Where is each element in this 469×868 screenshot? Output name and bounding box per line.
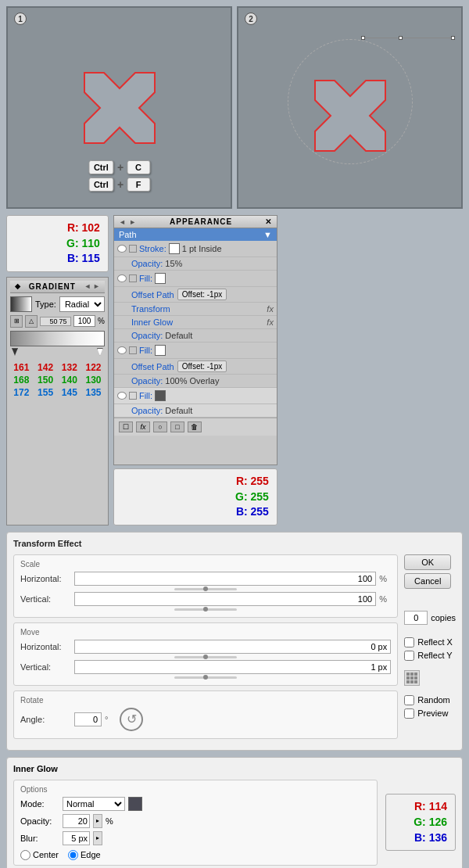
preview-checkbox[interactable] <box>404 708 414 719</box>
fill-label-2: Fill: <box>139 346 152 355</box>
rgb-b-white: B: 255 <box>122 504 269 520</box>
move-horizontal-row: Horizontal: <box>20 640 391 654</box>
edge-radio-item: Edge <box>68 850 101 860</box>
gradient-type-select[interactable]: Radial Linear <box>59 296 105 312</box>
preview-label: Preview <box>417 708 448 718</box>
color-num-r3: 132 <box>58 362 81 373</box>
rgb-g-bottom: G: 126 <box>394 815 447 830</box>
f-key: F <box>127 178 150 192</box>
color-num-b3: 145 <box>58 387 81 398</box>
visibility-fill1[interactable] <box>129 274 137 282</box>
offset-btn-1[interactable]: Offset: -1px <box>177 289 227 300</box>
move-h-input[interactable] <box>74 640 391 654</box>
ctrl-key-2: Ctrl <box>88 178 114 192</box>
eye-icon-fill2[interactable] <box>117 346 127 354</box>
center-radio[interactable] <box>20 850 30 860</box>
opacity-default-row: Opacity: Default <box>114 329 277 343</box>
eye-icon-stroke[interactable] <box>117 245 127 253</box>
rotate-circle[interactable]: ↺ <box>120 708 143 731</box>
color-num-g3: 140 <box>58 375 81 386</box>
footer-fx[interactable]: fx <box>136 421 150 432</box>
random-checkbox[interactable] <box>404 695 414 705</box>
mode-select[interactable]: Normal Multiply Screen <box>63 797 125 811</box>
scale-h-slider[interactable] <box>174 588 237 590</box>
scale-h-input[interactable] <box>74 572 376 586</box>
reflect-y-row: Reflect Y <box>404 651 452 661</box>
gradient-titlebar: ◆ GRADIENT ◄ ► <box>10 281 105 293</box>
right-column: ◄ ► APPEARANCE ✕ Path ▼ Stroke: 1 pt Ins… <box>113 215 277 525</box>
appearance-footer: ☐ fx ○ □ 🗑 <box>114 418 277 436</box>
move-h-label: Horizontal: <box>20 642 71 651</box>
edge-radio[interactable] <box>68 850 78 860</box>
appearance-panel: ◄ ► APPEARANCE ✕ Path ▼ Stroke: 1 pt Ins… <box>113 215 277 465</box>
transform-line <box>361 38 455 38</box>
visibility-fill3[interactable] <box>129 392 137 400</box>
panel-number-1: 1 <box>14 13 27 25</box>
move-v-label: Vertical: <box>20 662 71 672</box>
reflect-y-label: Reflect Y <box>417 651 452 660</box>
opacity-value-2: Default <box>165 331 192 340</box>
mode-label: Mode: <box>20 799 59 809</box>
footer-circle[interactable]: ○ <box>153 421 167 432</box>
fill-label-1: Fill: <box>139 274 152 283</box>
eye-icon-fill1[interactable] <box>117 274 127 282</box>
visibility-fill2[interactable] <box>129 346 137 354</box>
opacity-stepper[interactable]: ▸ <box>93 814 102 828</box>
blur-input[interactable] <box>63 831 90 845</box>
glow-color-swatch[interactable] <box>128 797 142 811</box>
color-num-r4: 122 <box>82 362 105 373</box>
eye-icon-fill3[interactable] <box>117 392 127 400</box>
appearance-path-row[interactable]: Path ▼ <box>114 228 277 241</box>
canvas-panel-1: 1 Ctrl + C Ctrl + F <box>6 6 232 209</box>
radio-row: Center Edge <box>20 850 371 860</box>
transform-effect-panel: Transform Effect Scale Horizontal: % Ver… <box>6 532 463 751</box>
gradient-icon-2: △ <box>25 315 38 328</box>
degree-sign: ° <box>105 715 116 724</box>
appearance-close[interactable]: ✕ <box>265 217 272 226</box>
move-v-slider[interactable] <box>174 676 237 679</box>
appearance-path-arrow: ▼ <box>263 230 272 239</box>
footer-checkbox[interactable]: ☐ <box>119 421 133 432</box>
rgb-g-white: G: 255 <box>122 490 269 505</box>
transform-right: OK Cancel copies Reflect X Reflect Y <box>404 554 456 744</box>
fill-swatch-1[interactable] <box>155 273 166 284</box>
reflect-y-checkbox[interactable] <box>404 651 414 661</box>
gradient-type-label: Type: <box>35 299 56 309</box>
blur-stepper[interactable]: ▸ <box>93 831 102 845</box>
angle-input[interactable] <box>74 712 102 726</box>
reflect-x-row: Reflect X <box>404 637 453 647</box>
reflect-x-checkbox[interactable] <box>404 637 414 647</box>
rgb-g-top: G: 110 <box>15 236 100 252</box>
fill-swatch-2[interactable] <box>155 345 166 356</box>
scale-v-input[interactable] <box>74 592 376 606</box>
scale-horizontal-row: Horizontal: % <box>20 572 391 586</box>
gradient-percent-input[interactable] <box>73 315 95 327</box>
stroke-swatch[interactable] <box>169 243 180 254</box>
stop-1[interactable] <box>12 348 18 356</box>
footer-trash[interactable]: 🗑 <box>188 421 202 432</box>
copies-input[interactable] <box>404 611 428 625</box>
grid-icon[interactable] <box>404 670 420 686</box>
opacity-input-glow[interactable] <box>63 814 90 828</box>
ok-button[interactable]: OK <box>404 554 451 570</box>
stroke-label: Stroke: <box>139 244 166 253</box>
stop-2[interactable] <box>97 348 103 356</box>
fill-swatch-3[interactable] <box>155 390 166 401</box>
percent-sign: % <box>98 317 105 325</box>
color-num-r2: 142 <box>34 362 57 373</box>
grid-cell-3 <box>414 673 417 676</box>
move-h-slider[interactable] <box>174 656 237 658</box>
scale-v-slider[interactable] <box>174 608 237 611</box>
opacity-15-row: Opacity: 15% <box>114 257 277 271</box>
rotate-angle-row: Angle: ° ↺ <box>20 708 391 731</box>
footer-square[interactable]: □ <box>170 421 184 432</box>
color-nums-grid: 161 142 132 122 168 150 140 130 172 155 … <box>10 362 105 398</box>
cancel-button[interactable]: Cancel <box>404 573 451 589</box>
angle-label: Angle: <box>20 715 71 724</box>
move-label: Move <box>20 628 391 637</box>
transform-fx: fx <box>267 304 274 314</box>
move-v-input[interactable] <box>74 660 391 674</box>
visibility-stroke[interactable] <box>129 245 137 253</box>
c-key: C <box>127 160 150 174</box>
offset-btn-2[interactable]: Offset: -1px <box>177 360 227 372</box>
